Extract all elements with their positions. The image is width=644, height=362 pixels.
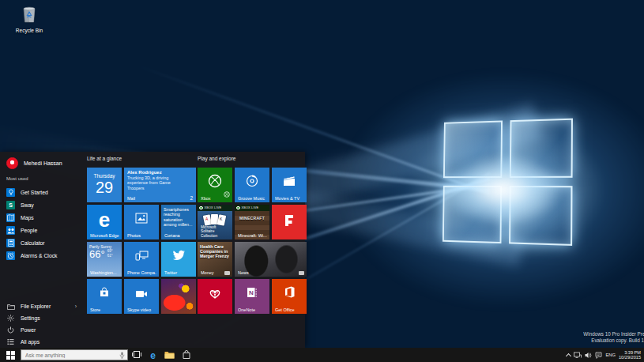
sway-icon: S [6,201,15,209]
most-used-label: Sway [21,202,34,208]
tile-onenote[interactable]: NOneNote [235,279,269,314]
tile-skype-video[interactable]: Skype video [124,279,159,314]
skype-video-icon [135,287,148,301]
xbox-live-banner: XBOX LIVE [198,205,232,211]
tile-xbox[interactable]: Xbox [198,168,232,202]
start-button[interactable] [0,348,21,362]
tile-label: Store [90,307,119,312]
search-box[interactable] [21,349,128,360]
menu-item-all-apps[interactable]: All apps [0,336,82,348]
all-apps-icon [6,337,15,346]
iheart-icon [207,288,223,304]
tile-iheartradio[interactable] [198,279,232,314]
xbox-small-icon [224,187,230,201]
tile-movies-tv[interactable]: Movies & TV [272,168,307,202]
xbox-live-icon [199,206,203,210]
insider-watermark: Windows 10 Pro Insider Preview Evaluatio… [473,331,644,344]
settings-icon [6,314,15,322]
recycle-bin-icon [21,13,38,26]
user-avatar [6,157,18,169]
menu-item-power[interactable]: Power [0,324,82,336]
taskbar-edge-button[interactable]: e [145,348,161,362]
taskbar-store-button[interactable] [178,348,194,362]
most-used-item-maps[interactable]: Maps [0,212,82,224]
user-name: Mehedi Hassan [24,160,62,166]
most-used-item-calculator[interactable]: Calculator [0,237,82,249]
tile-label: Washington... [90,270,119,275]
most-used-item-sway[interactable]: SSway [0,199,82,211]
most-used-item-alarms-clock[interactable]: Alarms & Clock [0,250,82,262]
alarms-icon [6,251,15,260]
tile-photos[interactable]: Photos [124,205,159,239]
tile-edge[interactable]: eMicrosoft Edge [87,205,122,239]
tile-minecraft[interactable]: XBOX LIVEMINECRAFTMinecraft: Wi... [235,205,269,239]
taskbar-task-view-button[interactable] [128,348,145,362]
tile-weather[interactable]: Partly Sunny66°69°61°Washington... [87,242,122,277]
menu-item-settings[interactable]: Settings [0,312,82,324]
tile-label: Skype video [127,307,156,312]
search-input[interactable] [24,352,119,359]
edge-taskbar-icon: e [150,348,156,362]
volume-icon[interactable] [585,348,592,362]
store-taskbar-icon [183,348,190,362]
tile-groove-music[interactable]: Groove Music [235,168,269,202]
tray-overflow-chevron[interactable] [567,348,571,362]
most-used-label: Calculator [21,240,45,246]
recycle-bin-label: Recycle Bin [11,28,47,33]
file-explorer-icon [6,302,15,311]
clock[interactable]: 3:39 PM 10/29/2015 [619,348,641,362]
start-menu: Mehedi Hassan Most used Get StartedSSway… [0,152,305,348]
most-used-label: Maps [21,215,34,221]
taskbar-file-explorer-button[interactable] [161,348,178,362]
twitter-icon [172,250,186,264]
tile-twitter[interactable]: Twitter [161,242,196,277]
xbox-sphere-icon [208,174,222,191]
recycle-bin[interactable]: Recycle Bin [11,5,47,33]
unread-count-badge: 2 [190,195,193,201]
desktop: Recycle Bin Windows 10 Pro Insider Previ… [0,0,644,362]
system-tray: ENG 3:39 PM 10/29/2015 [567,348,644,362]
tile-label: Movies & TV [275,196,304,201]
clock-date: 10/29/2015 [619,355,641,360]
menu-item-file-explorer[interactable]: File Explorer› [0,300,82,312]
action-center-icon[interactable] [595,348,602,362]
tile-label: Mail [127,196,194,201]
tile-flipboard[interactable] [272,205,307,239]
tile-cortana[interactable]: Smartphones reaching saturation among mi… [161,205,196,239]
microphone-icon[interactable] [119,348,125,362]
menu-item-label: All apps [21,339,40,345]
tile-label: Photos [127,233,156,238]
tile-store[interactable]: Store [87,279,122,314]
tile-solitaire[interactable]: XBOX LIVEAKMicrosoft Solitaire Collectio… [198,205,232,239]
most-used-item-get-started[interactable]: Get Started [0,187,82,198]
phone-companion-icon [135,250,149,264]
tile-get-office[interactable]: Get Office [272,279,307,314]
tile-money[interactable]: Health Care Companies in Merger FrenzyMo… [198,242,232,277]
tile-label: Groove Music [238,196,267,201]
groove-icon [246,175,258,190]
people-icon [6,226,15,235]
tile-news[interactable]: News [235,242,307,277]
user-account[interactable]: Mehedi Hassan [6,157,62,169]
most-used-item-people[interactable]: People [0,224,82,236]
windows-flag-icon [6,351,15,360]
power-icon [6,326,15,334]
money-chart-icon [224,271,230,275]
edge-e-icon: e [99,209,110,230]
photos-icon [135,213,148,227]
task-view-icon [132,348,141,362]
tile-label: Microsoft Solitaire Collection [201,225,230,238]
tile-phone-companion[interactable]: Phone Compa... [124,242,159,277]
most-used-header: Most used [6,176,28,181]
flipboard-f-icon [282,213,296,231]
tile-candy-crush[interactable] [161,279,196,314]
tile-label: OneNote [238,307,267,312]
network-icon[interactable] [574,348,582,362]
group-header: Play and explore [198,156,235,161]
tile-label: Minecraft: Wi... [238,233,267,238]
tile-mail[interactable]: Alex RodriguezTrucking 3D, a driving exp… [124,168,196,202]
tile-calendar[interactable]: Thursday29 [87,168,122,202]
taskbar: e ENG 3:39 PM 10/29/2015 [0,348,644,362]
chevron-right-icon: › [75,304,77,309]
language-indicator[interactable]: ENG [605,348,616,362]
